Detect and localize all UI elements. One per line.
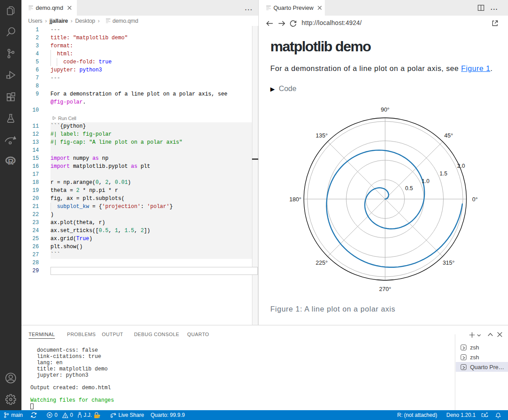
svg-text:R: R <box>8 158 14 166</box>
svg-text:0.5: 0.5 <box>405 185 413 191</box>
svg-text:1.0: 1.0 <box>422 178 429 184</box>
svg-text:180°: 180° <box>290 196 302 203</box>
svg-text:0°: 0° <box>472 196 478 203</box>
svg-text:225°: 225° <box>315 259 327 266</box>
svg-text:135°: 135° <box>315 132 327 139</box>
svg-text:1.5: 1.5 <box>440 170 447 177</box>
svg-text:90°: 90° <box>381 106 390 113</box>
svg-text:315°: 315° <box>443 259 455 266</box>
svg-text:270°: 270° <box>379 286 391 292</box>
svg-text:45°: 45° <box>444 132 453 139</box>
svg-text:2.0: 2.0 <box>457 163 465 169</box>
